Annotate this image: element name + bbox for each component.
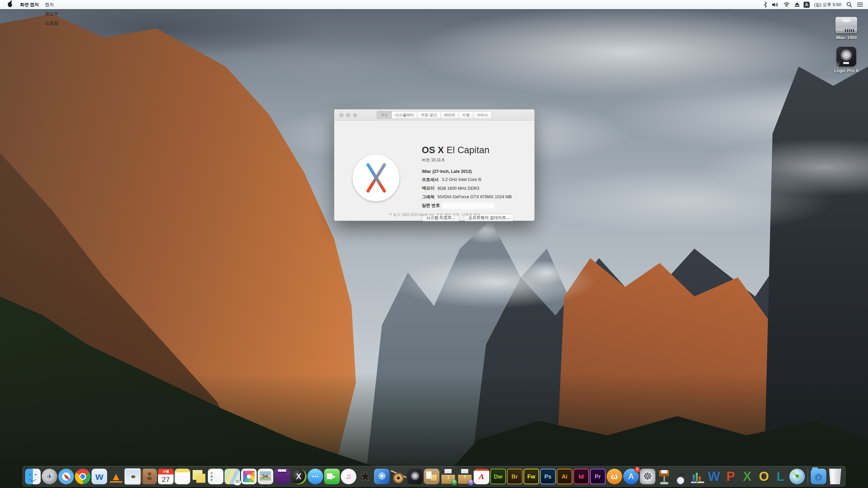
dock-idvd-icon[interactable] <box>374 466 390 487</box>
spotlight-icon[interactable] <box>846 0 853 9</box>
menu-item[interactable]: 캡처 <box>42 0 61 9</box>
dock-illustrator-icon[interactable]: Ai <box>556 466 573 487</box>
dock-fireworks-icon[interactable]: Fw <box>523 466 539 487</box>
dock-stickies-icon[interactable] <box>191 466 207 487</box>
volume-icon[interactable] <box>771 0 780 9</box>
tab-저장 공간[interactable]: 저장 공간 <box>417 111 440 119</box>
dock-powerpoint-icon[interactable]: P <box>723 466 739 487</box>
apple-menu[interactable] <box>5 0 17 9</box>
dreamweaver-glyph: Dw <box>494 474 502 480</box>
dock-mail-icon[interactable] <box>124 466 141 487</box>
dock-itunes-icon[interactable]: ♫ <box>340 466 357 487</box>
desktop-icon-label: iMac-1000 <box>836 35 857 40</box>
download-manager-tile: ▼ <box>789 469 805 484</box>
dock-pages-icon[interactable]: ✒ <box>673 466 689 487</box>
notification-center-icon[interactable] <box>856 0 864 9</box>
dock-imovie-icon[interactable]: ★ <box>357 466 373 487</box>
dock-photoshop-icon[interactable]: Ps <box>540 466 556 487</box>
finder-glyph: ◡ <box>30 476 36 482</box>
wifi-icon[interactable] <box>783 0 791 9</box>
menu-bar-clock[interactable]: (일) 오후 5:50 <box>813 2 843 8</box>
active-app-menu[interactable]: 화면 캡처 <box>17 0 42 9</box>
spec-value: 3.2 GHz Intel Core i5 <box>442 177 481 182</box>
dock-bridge-icon[interactable]: Br <box>507 466 523 487</box>
launchpad-tile: ✈ <box>42 469 57 484</box>
dock-lync-icon[interactable]: L <box>772 466 789 487</box>
copyright-text: ™ 및 © 1983-2016 Apple Inc. 모든 권리 보유. 사용권… <box>334 212 534 217</box>
tab-메모리[interactable]: 메모리 <box>441 111 459 119</box>
input-source-badge[interactable]: A <box>804 2 810 8</box>
dock-launchpad-icon[interactable]: ✈ <box>41 466 58 487</box>
dock-toast-icon[interactable] <box>274 466 290 487</box>
dock-ibooks-icon[interactable]: ω <box>606 466 623 487</box>
menu-item[interactable]: 도움말 <box>42 18 61 27</box>
numbers-tile <box>690 469 705 484</box>
dock-reminders-icon[interactable] <box>208 466 224 487</box>
dock-webhard-icon[interactable]: w <box>91 466 107 487</box>
dock-safari-icon[interactable]: ◆ <box>58 466 74 487</box>
window-titlebar[interactable]: 개요디스플레이저장 공간메모리지원서비스 <box>334 109 534 121</box>
safari-glyph: ◆ <box>61 471 71 482</box>
bluetooth-icon[interactable] <box>763 0 768 9</box>
dock-chrome-icon[interactable] <box>75 466 91 487</box>
dock-download-manager-icon[interactable]: ▼ <box>789 466 805 487</box>
menu-bar-status: A (일) 오후 5:50 <box>763 0 868 9</box>
calendar-month: 12월 <box>158 469 174 474</box>
dock-screen-capture-icon[interactable]: ✂ <box>257 466 274 487</box>
lync-glyph: L <box>776 470 784 483</box>
dock-divider <box>806 466 810 487</box>
dock-finder-icon[interactable]: ◡ <box>25 466 41 487</box>
dock-facetime-icon[interactable]: ▶ <box>324 466 340 487</box>
dock-acrobat-icon[interactable]: A <box>473 466 490 487</box>
traffic-lights <box>339 109 357 121</box>
dock-notes-icon[interactable] <box>174 466 191 487</box>
close-button[interactable] <box>339 113 343 117</box>
dock-quarkxpress-icon[interactable]: X <box>291 466 307 487</box>
dock-excel-icon[interactable]: X <box>739 466 755 487</box>
dock-collage-board-icon[interactable] <box>423 466 440 487</box>
logic-pro-tile <box>407 469 423 484</box>
tab-서비스[interactable]: 서비스 <box>474 111 492 119</box>
facetime-glyph: ▶ <box>333 475 335 479</box>
premiere-tile: Pr <box>590 469 606 484</box>
dock-keynote-icon[interactable] <box>656 466 672 487</box>
dock-word-icon[interactable]: W <box>706 466 722 487</box>
tab-개요[interactable]: 개요 <box>377 111 392 119</box>
itunes-tile: ♫ <box>341 469 356 484</box>
logic-pro-x-alias[interactable]: ↗Logic Pro X <box>829 47 864 73</box>
eject-icon[interactable] <box>794 0 801 9</box>
dock-messages-icon[interactable]: ●●● <box>307 466 323 487</box>
dock-dreamweaver-icon[interactable]: Dw <box>490 466 506 487</box>
menu-item[interactable]: 윈도우 <box>42 9 61 18</box>
powerpoint-tile: P <box>723 469 738 484</box>
dock-trash-icon[interactable] <box>827 466 843 487</box>
tab-지원[interactable]: 지원 <box>459 111 474 119</box>
dock-system-preferences-icon[interactable]: ☸ <box>639 466 656 487</box>
dock-photos-icon[interactable] <box>241 466 257 487</box>
dock-outlook-icon[interactable]: O <box>756 466 772 487</box>
dock-maps-icon[interactable]: 3D <box>224 466 240 487</box>
dock-downloads-folder-icon[interactable]: ↓ <box>810 466 827 487</box>
tab-디스플레이[interactable]: 디스플레이 <box>392 111 417 119</box>
dock-indesign-icon[interactable]: Id <box>573 466 589 487</box>
dock-calendar-icon[interactable]: 12월27 <box>158 466 174 487</box>
ibooks-glyph: ω <box>611 472 618 481</box>
dock-stuffit-expander-icon[interactable]: ↓G <box>440 466 456 487</box>
dock-stuffit-dropstuff-icon[interactable]: ↑G <box>457 466 473 487</box>
dock-logic-pro-icon[interactable] <box>407 466 423 487</box>
app-store-tile: A1 <box>623 469 639 484</box>
fireworks-tile: Fw <box>524 469 539 484</box>
collage-board-tile <box>424 469 439 484</box>
vlc-tile: ▲ <box>108 469 124 484</box>
zoom-button[interactable] <box>353 113 357 117</box>
dock-vlc-icon[interactable]: ▲ <box>108 466 124 487</box>
dock-contacts-icon[interactable] <box>141 466 157 487</box>
notes-tile <box>175 469 190 484</box>
spec-rows: 프로세서3.2 GHz Intel Core i5메모리8GB 1600 MHz… <box>422 177 514 209</box>
minimize-button[interactable] <box>346 113 350 117</box>
dock-premiere-icon[interactable]: Pr <box>590 466 606 487</box>
dock-garageband-icon[interactable] <box>390 466 407 487</box>
imac-1000-volume[interactable]: iMac-1000 <box>829 17 864 40</box>
dock-numbers-icon[interactable] <box>689 466 706 487</box>
dock-app-store-icon[interactable]: A1 <box>623 466 639 487</box>
